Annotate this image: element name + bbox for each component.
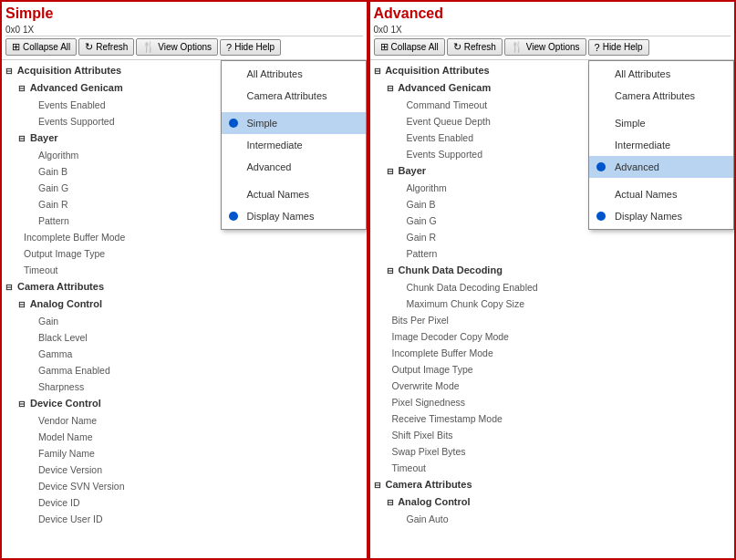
- group-label: Advanced Genicam: [30, 82, 123, 93]
- dropdown-item-advanced-4[interactable]: Advanced: [589, 156, 733, 178]
- dropdown-item-simple-6[interactable]: Display Names: [222, 205, 366, 227]
- tree-item-simple-11: Output Image Type: [2, 245, 367, 262]
- expand-icon: ⊟: [385, 495, 396, 510]
- panel-simple: Simple0x0 1X⊞Collapse All↻Refresh🍴View O…: [0, 0, 368, 560]
- tree-item-simple-14[interactable]: ⊟ Analog Control: [2, 296, 367, 313]
- tree-item-simple-17: Gamma: [2, 346, 367, 362]
- refresh-icon: ↻: [85, 41, 93, 53]
- tree-item-simple-13[interactable]: ⊟ Camera Attributes: [2, 278, 367, 296]
- view-options-button[interactable]: 🍴View Options: [504, 38, 586, 56]
- dropdown-advanced: All AttributesCamera AttributesSimpleInt…: [588, 60, 734, 230]
- panel-coords-advanced: 0x0 1X: [374, 24, 731, 36]
- expand-icon: ⊟: [385, 164, 396, 179]
- expand-icon: ⊟: [16, 297, 27, 312]
- tree-item-advanced-21: Receive Timestamp Mode: [370, 410, 735, 427]
- expand-icon: ⊟: [16, 81, 27, 96]
- tree-item-simple-15: Gain: [2, 313, 367, 329]
- dropdown-item-label-advanced-3: Intermediate: [615, 137, 670, 153]
- dropdown-item-label-advanced-4: Advanced: [615, 159, 659, 175]
- refresh-label: Refresh: [464, 42, 496, 52]
- dropdown-item-advanced-0[interactable]: All Attributes: [589, 63, 733, 85]
- tree-item-advanced-18: Output Image Type: [370, 361, 735, 378]
- group-label: Bayer: [30, 132, 58, 143]
- tree-item-simple-23: Family Name: [2, 445, 367, 461]
- dropdown-item-label-simple-6: Display Names: [247, 208, 315, 224]
- dropdown-item-label-advanced-0: All Attributes: [615, 66, 670, 82]
- tree-item-simple-27: Device User ID: [2, 511, 367, 527]
- panel-coords-simple: 0x0 1X: [5, 24, 363, 36]
- dropdown-item-label-simple-0: All Attributes: [247, 66, 303, 82]
- dropdown-item-advanced-6[interactable]: Display Names: [589, 205, 733, 227]
- bullet-icon-advanced-4: [596, 162, 606, 171]
- dropdown-item-simple-4[interactable]: Advanced: [222, 156, 366, 178]
- refresh-button[interactable]: ↻Refresh: [447, 38, 503, 56]
- expand-icon: ⊟: [4, 64, 15, 78]
- tree-item-simple-10: Incomplete Buffer Mode: [2, 229, 367, 245]
- tree-item-advanced-26[interactable]: ⊟ Analog Control: [370, 493, 735, 511]
- tree-item-advanced-12[interactable]: ⊟ Chunk Data Decoding: [370, 262, 735, 279]
- panel-header-simple: Simple0x0 1X⊞Collapse All↻Refresh🍴View O…: [2, 2, 367, 60]
- tree-item-simple-25: Device SVN Version: [2, 478, 367, 494]
- tree-item-simple-19: Sharpness: [2, 379, 367, 395]
- tree-item-advanced-24: Timeout: [370, 460, 735, 476]
- tree-item-advanced-13: Chunk Data Decoding Enabled: [370, 279, 735, 296]
- bullet-icon-simple-2: [229, 119, 238, 128]
- group-label: Chunk Data Decoding: [399, 264, 503, 275]
- toolbar-advanced: ⊞Collapse All↻Refresh🍴View Options?Hide …: [374, 36, 731, 57]
- group-label: Analog Control: [398, 496, 470, 507]
- expand-icon: ⊟: [372, 64, 383, 78]
- panel-body-advanced: ⊟ Acquisition Attributes⊟ Advanced Genic…: [370, 60, 735, 558]
- tree-item-simple-26: Device ID: [2, 494, 367, 511]
- tree-item-advanced-15: Bits Per Pixel: [370, 312, 735, 328]
- tree-item-simple-22: Model Name: [2, 429, 367, 445]
- dropdown-item-label-advanced-2: Simple: [615, 115, 646, 131]
- tree-item-simple-18: Gamma Enabled: [2, 362, 367, 379]
- dropdown-item-advanced-1[interactable]: Camera Attributes: [589, 85, 733, 107]
- tree-item-advanced-25[interactable]: ⊟ Camera Attributes: [370, 476, 735, 493]
- dropdown-item-label-simple-5: Actual Names: [247, 186, 309, 202]
- tree-item-advanced-16: Image Decoder Copy Mode: [370, 328, 735, 345]
- group-label: Acquisition Attributes: [385, 65, 489, 76]
- tree-item-simple-12: Timeout: [2, 262, 367, 278]
- expand-icon: ⊟: [4, 280, 15, 295]
- dropdown-item-advanced-3[interactable]: Intermediate: [589, 134, 733, 156]
- panel-advanced: Advanced0x0 1X⊞Collapse All↻Refresh🍴View…: [368, 0, 737, 560]
- tree-item-simple-20[interactable]: ⊟ Device Control: [2, 395, 367, 412]
- panel-title-advanced: Advanced: [374, 4, 731, 24]
- group-label: Advanced Genicam: [398, 82, 491, 93]
- tree-item-simple-24: Device Version: [2, 461, 367, 478]
- dropdown-item-simple-3[interactable]: Intermediate: [222, 134, 366, 156]
- hide-help-icon: ?: [595, 42, 600, 53]
- group-label: Acquisition Attributes: [17, 65, 121, 76]
- view-options-button[interactable]: 🍴View Options: [136, 38, 218, 56]
- hide-help-icon: ?: [226, 42, 232, 53]
- tree-item-advanced-20: Pixel Signedness: [370, 394, 735, 410]
- group-label: Camera Attributes: [17, 281, 104, 292]
- dropdown-item-simple-2[interactable]: Simple: [222, 112, 366, 134]
- panel-body-simple: ⊟ Acquisition Attributes⊟ Advanced Genic…: [2, 60, 367, 558]
- hide-help-button[interactable]: ?Hide Help: [220, 39, 281, 56]
- collapse-all-button[interactable]: ⊞Collapse All: [5, 38, 77, 56]
- collapse-all-button[interactable]: ⊞Collapse All: [374, 38, 445, 56]
- dropdown-item-simple-1[interactable]: Camera Attributes: [222, 85, 366, 107]
- collapse-all-label: Collapse All: [23, 42, 70, 52]
- dropdown-item-simple-5[interactable]: Actual Names: [222, 183, 366, 205]
- dropdown-item-label-simple-2: Simple: [247, 115, 278, 131]
- collapse-all-icon: ⊞: [380, 41, 389, 53]
- refresh-icon: ↻: [453, 41, 461, 53]
- dropdown-item-simple-0[interactable]: All Attributes: [222, 63, 366, 85]
- dropdown-item-label-simple-3: Intermediate: [247, 137, 303, 153]
- tree-item-advanced-11: Pattern: [370, 245, 735, 262]
- tree-item-simple-16: Black Level: [2, 329, 367, 346]
- dropdown-item-advanced-2[interactable]: Simple: [589, 112, 733, 134]
- bullet-icon-simple-6: [229, 212, 238, 221]
- refresh-button[interactable]: ↻Refresh: [78, 38, 134, 56]
- dropdown-item-advanced-5[interactable]: Actual Names: [589, 183, 733, 205]
- hide-help-button[interactable]: ?Hide Help: [588, 39, 649, 56]
- group-label: Device Control: [30, 398, 101, 409]
- tree-item-advanced-23: Swap Pixel Bytes: [370, 443, 735, 460]
- expand-icon: ⊟: [385, 264, 396, 278]
- dropdown-item-label-advanced-5: Actual Names: [615, 186, 677, 202]
- view-options-icon: 🍴: [511, 41, 523, 53]
- dropdown-simple: All AttributesCamera AttributesSimpleInt…: [221, 60, 367, 230]
